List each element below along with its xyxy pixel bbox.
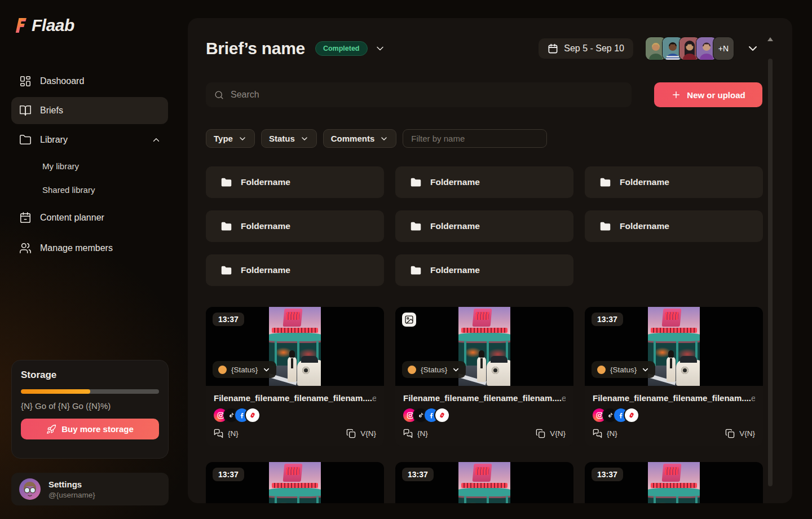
new-or-upload-button[interactable]: New or upload [654,82,762,107]
file-card[interactable]: 13:37 {Status} Filename_filename_filenam… [206,307,384,446]
file-card[interactable]: 13:37 {Status} Filename_filename_filenam… [206,462,384,503]
file-name: Filename_filename_filename_filenam.... [403,393,562,403]
rocket-icon [46,424,56,434]
time-badge: 13:37 [402,468,434,481]
folder-card[interactable]: Foldername [585,210,763,242]
versions-copy-icon [536,429,545,438]
thumbnail-image [269,462,321,503]
main-panel: Brief’s name Completed Sep 5 - Sep 10 [188,18,792,503]
folder-card[interactable]: Foldername [395,210,573,242]
status-filter-label: Status [269,134,295,143]
settings-row[interactable]: Settings @{username} [11,473,169,505]
scroll-up-arrow-icon[interactable] [767,37,773,41]
social-platforms [593,408,755,422]
versions-stat[interactable]: V{N} [536,429,566,438]
status-label: {Status} [231,366,258,374]
versions-count: V{N} [360,429,376,438]
folder-card[interactable]: Foldername [395,254,573,286]
comments-stat[interactable]: {N} [403,429,428,438]
folder-icon [220,265,232,276]
folder-icon [220,221,232,232]
chevron-down-icon [379,134,389,143]
sidebar-item-dashboard[interactable]: Dashooard [11,70,168,93]
chevron-up-icon[interactable] [151,135,161,145]
versions-count: V{N} [739,429,755,438]
status-label: {Status} [421,366,447,374]
file-card[interactable]: 13:37 {Status} Filename_filename_filenam… [585,307,763,446]
file-name: Filename_filename_filename_filenam.... [593,393,751,403]
status-label: {Status} [610,366,637,374]
folder-card[interactable]: Foldername [206,254,384,286]
folder-card[interactable]: Foldername [395,166,573,198]
extra-members-count[interactable]: +N [713,37,734,60]
comments-filter-dropdown[interactable]: Comments [323,129,397,148]
date-range-picker[interactable]: Sep 5 - Sep 10 [539,38,633,59]
time-badge: 13:37 [213,468,244,481]
chevron-down-icon [641,366,650,374]
comments-icon [403,429,413,438]
sidebar-item-label: My library [42,161,79,171]
file-card-stats: {N} V{N} [593,429,755,438]
file-card[interactable]: 13:37 {Status} Filename_filename_filenam… [585,462,763,503]
folder-name: Foldername [430,177,480,187]
status-filter-dropdown[interactable]: Status [261,129,317,148]
search-row: New or upload [188,82,792,107]
sidebar-item-my-library[interactable]: My library [11,156,168,176]
buy-more-storage-label: Buy more storage [61,424,134,434]
status-dot-icon [408,366,416,374]
file-name: Filename_filename_filename_filenam.... [214,393,372,403]
status-dropdown[interactable]: {Status} [592,361,655,378]
search-box[interactable] [206,82,632,107]
settings-username: @{username} [48,491,95,499]
file-card-stats: {N} V{N} [403,429,566,438]
youtube-shorts-icon [435,408,449,422]
comments-icon [214,429,223,438]
status-dot-icon [218,366,227,374]
versions-copy-icon [725,429,735,438]
buy-more-storage-button[interactable]: Buy more storage [21,419,159,439]
sidebar-item-shared-library[interactable]: Shared library [11,179,168,200]
comments-stat[interactable]: {N} [214,429,239,438]
sidebar-item-manage-members[interactable]: Manage members [11,237,168,260]
file-thumbnail: 13:37 {Status} [585,307,763,386]
comments-icon [593,429,602,438]
scrollbar-thumb[interactable] [768,59,773,486]
folder-name: Foldername [241,265,290,275]
folder-icon [410,177,422,188]
versions-stat[interactable]: V{N} [346,429,376,438]
filter-by-name-input[interactable] [403,129,547,148]
type-filter-label: Type [214,134,233,143]
page-title: Brief’s name [206,39,305,58]
member-avatars[interactable]: +N [646,37,734,60]
folder-card[interactable]: Foldername [206,166,384,198]
folder-card[interactable]: Foldername [206,210,384,242]
folder-name: Foldername [430,221,480,231]
status-dropdown[interactable]: {Status} [213,361,276,378]
search-input[interactable] [231,90,624,100]
versions-stat[interactable]: V{N} [725,429,755,438]
comments-stat[interactable]: {N} [593,429,617,438]
sidebar-item-content-planner[interactable]: Content planner [11,206,168,229]
sidebar-item-label: Manage members [40,243,113,253]
app-logo[interactable]: Flaab [14,16,74,35]
sidebar-item-label: Content planner [40,213,104,223]
chevron-down-icon[interactable] [374,43,386,54]
file-card-info: Filename_filename_filename_filenam....ex… [395,386,573,438]
thumbnail-image [458,462,510,503]
users-icon [19,242,32,254]
time-badge: 13:37 [592,313,623,326]
sidebar-item-briefs[interactable]: Briefs [11,97,168,124]
file-card[interactable]: {Status} Filename_filename_filename_file… [395,307,573,446]
sidebar-item-library[interactable]: Library [11,129,168,151]
status-dropdown[interactable]: {Status} [402,361,466,378]
file-card[interactable]: 13:37 {Status} Filename_filename_filenam… [395,462,573,503]
folder-name: Foldername [430,265,480,275]
folder-card[interactable]: Foldername [585,166,763,198]
type-filter-dropdown[interactable]: Type [206,129,255,148]
search-icon [214,90,224,100]
comments-count: {N} [228,429,239,438]
folder-icon [410,221,422,232]
versions-count: V{N} [550,429,566,438]
social-platforms [403,408,566,422]
chevron-down-icon[interactable] [746,42,760,55]
